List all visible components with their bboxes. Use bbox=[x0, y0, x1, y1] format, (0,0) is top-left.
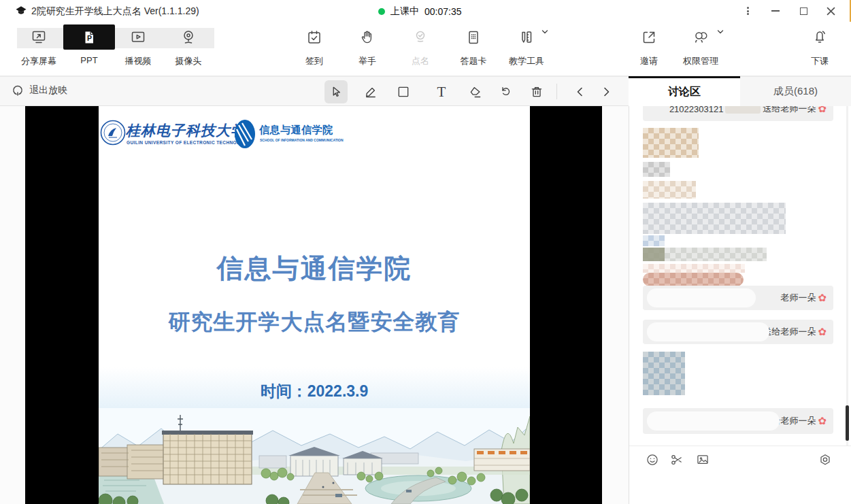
delete-tool-button[interactable] bbox=[525, 80, 548, 103]
permission-mgmt-button[interactable]: 权限管理 bbox=[673, 22, 728, 76]
chevron-left-icon bbox=[575, 86, 586, 97]
presentation-toolbar: 退出放映 T bbox=[0, 76, 629, 106]
chat-message-text: 送给老师一朵 bbox=[763, 106, 816, 115]
exit-projection-label: 退出放映 bbox=[29, 84, 67, 97]
slide-letterbox-left bbox=[25, 106, 99, 504]
app-logo-icon bbox=[15, 5, 27, 17]
censored-message-mosaic bbox=[643, 162, 670, 177]
ppt-button-label-wrap[interactable]: PPT bbox=[62, 22, 116, 76]
end-class-button[interactable]: 下课 bbox=[792, 22, 847, 76]
class-status: 上课中 00:07:35 bbox=[378, 5, 462, 18]
end-class-label: 下课 bbox=[792, 55, 847, 67]
toolbar-divider bbox=[556, 84, 557, 99]
undo-tool-button[interactable] bbox=[495, 80, 518, 103]
flower-icon: ✿ bbox=[818, 106, 827, 115]
play-video-label: 播视频 bbox=[111, 55, 165, 67]
text-tool-glyph: T bbox=[437, 85, 446, 99]
slide-date: 时间：2022.3.9 bbox=[99, 381, 530, 402]
censored-message-mosaic bbox=[643, 248, 767, 261]
answer-card-label: 答题卡 bbox=[446, 55, 501, 67]
invite-icon bbox=[641, 29, 657, 46]
scissors-icon bbox=[670, 453, 684, 467]
tab-discussion[interactable]: 讨论区 bbox=[629, 76, 740, 106]
censored-name-pill bbox=[647, 288, 756, 307]
roll-call-label: 点名 bbox=[393, 55, 448, 67]
live-status-dot bbox=[378, 8, 385, 15]
play-video-button[interactable]: 播视频 bbox=[111, 22, 165, 76]
raise-hand-icon bbox=[359, 29, 376, 46]
class-status-label: 上课中 bbox=[390, 5, 419, 18]
censored-name bbox=[725, 106, 761, 114]
more-menu-button[interactable] bbox=[736, 0, 759, 22]
play-video-icon bbox=[130, 29, 146, 46]
invite-label: 邀请 bbox=[622, 55, 676, 67]
cursor-tool-button[interactable] bbox=[324, 80, 348, 103]
flower-icon: ✿ bbox=[818, 326, 827, 338]
titlebar: 2院研究生开学线上大点名 Ver(1.1.1.29) 上课中 00:07:35 bbox=[0, 0, 851, 22]
sign-in-button[interactable]: 签到 bbox=[287, 22, 341, 76]
chat-message-flower: 老师一朵 ✿ bbox=[643, 286, 833, 310]
exit-projection-button[interactable]: 退出放映 bbox=[11, 84, 67, 97]
school-logo-icon bbox=[233, 118, 256, 150]
slide-title: 信息与通信学院 bbox=[99, 250, 530, 287]
university-name-en: GUILIN UNIVERSITY OF ELECTRONIC TECHNOLO… bbox=[127, 140, 250, 145]
raise-hand-button[interactable]: 举手 bbox=[340, 22, 395, 76]
teaching-tools-button[interactable]: 教学工具 bbox=[499, 22, 554, 76]
next-slide-button[interactable] bbox=[595, 80, 618, 103]
censored-message-mosaic bbox=[643, 273, 744, 286]
chat-message-flower: 给老师一朵 ✿ bbox=[643, 408, 833, 434]
camera-button[interactable]: 摄像头 bbox=[161, 22, 216, 76]
close-button[interactable] bbox=[819, 0, 842, 22]
cursor-icon bbox=[329, 85, 343, 99]
chat-settings-button[interactable] bbox=[817, 452, 833, 468]
university-name-cn: 桂林电子科技大学 bbox=[126, 121, 246, 140]
undo-icon bbox=[499, 85, 513, 99]
censored-message-mosaic bbox=[643, 235, 665, 246]
chat-message-text-prefix: 21022303121 bbox=[669, 106, 724, 114]
university-emblem-icon bbox=[100, 120, 126, 146]
sign-in-icon bbox=[306, 29, 322, 46]
campus-illustration bbox=[99, 408, 530, 504]
pen-tool-button[interactable] bbox=[359, 80, 382, 103]
roll-call-button: 点名 bbox=[393, 22, 448, 76]
raise-hand-label: 举手 bbox=[340, 55, 395, 67]
pen-icon bbox=[364, 85, 378, 99]
tab-members[interactable]: 成员(618) bbox=[740, 76, 851, 106]
shape-tool-button[interactable] bbox=[392, 80, 415, 103]
chevron-right-icon bbox=[601, 86, 612, 97]
censored-message-mosaic bbox=[643, 352, 685, 395]
eraser-icon bbox=[469, 85, 482, 99]
minimize-button[interactable] bbox=[764, 0, 787, 22]
chat-scrollbar-thumb[interactable] bbox=[846, 405, 849, 441]
censored-name-pill bbox=[647, 322, 769, 341]
camera-icon bbox=[180, 29, 197, 46]
ppt-label: PPT bbox=[62, 55, 116, 65]
flower-icon: ✿ bbox=[818, 292, 827, 304]
prev-slide-button[interactable] bbox=[569, 80, 592, 103]
exit-projection-icon bbox=[11, 84, 24, 97]
eraser-tool-button[interactable] bbox=[464, 80, 487, 103]
school-name-cn: 信息与通信学院 bbox=[259, 124, 333, 137]
teaching-tools-icon bbox=[518, 29, 535, 46]
censored-message-mosaic bbox=[643, 264, 745, 273]
chat-scrollbar-track[interactable] bbox=[846, 106, 848, 446]
censored-name-pill bbox=[647, 411, 780, 431]
text-tool-button[interactable]: T bbox=[430, 80, 453, 103]
permission-mgmt-label: 权限管理 bbox=[673, 55, 728, 67]
slide-letterbox-right bbox=[530, 106, 602, 504]
emoji-button[interactable] bbox=[644, 452, 661, 468]
image-upload-button[interactable] bbox=[695, 452, 711, 468]
invite-button[interactable]: 邀请 bbox=[622, 22, 676, 76]
trash-icon bbox=[530, 85, 544, 99]
censored-message-mosaic bbox=[643, 203, 786, 234]
answer-card-button[interactable]: 答题卡 bbox=[446, 22, 501, 76]
chat-input-divider bbox=[629, 446, 851, 446]
window-title: 2院研究生开学线上大点名 Ver(1.1.1.29) bbox=[31, 5, 199, 18]
maximize-button[interactable] bbox=[792, 0, 815, 22]
share-screen-button[interactable]: 分享屏幕 bbox=[12, 22, 66, 76]
chat-message-flower: 21022303121 送给老师一朵 ✿ bbox=[643, 106, 833, 121]
screenshot-button[interactable] bbox=[669, 452, 685, 468]
chat-message-flower: 送给老师一朵 ✿ bbox=[643, 320, 833, 344]
emoji-smiley-icon bbox=[646, 453, 659, 467]
discussion-panel: 21022303121 送给老师一朵 ✿ 老师一朵 ✿ 送给老师一朵 ✿ bbox=[629, 106, 851, 504]
